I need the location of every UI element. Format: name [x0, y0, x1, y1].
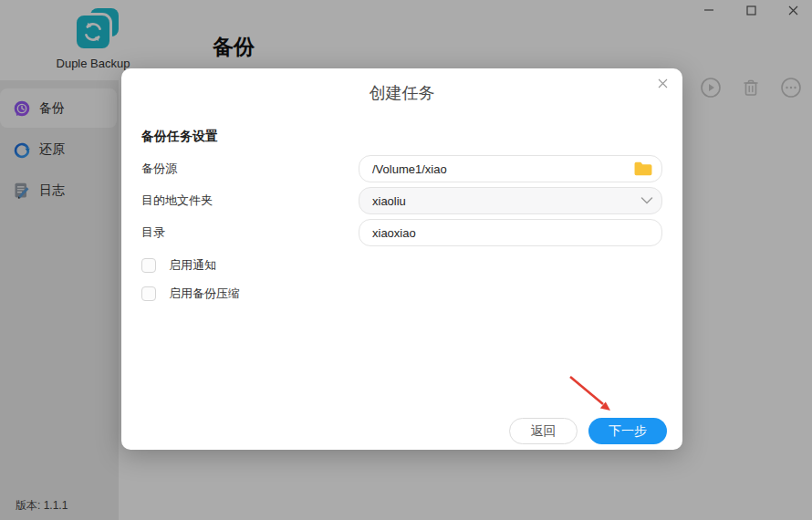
directory-label: 目录 — [141, 219, 165, 246]
field-row-destination: 目的地文件夹 xiaoliu — [141, 187, 662, 214]
field-row-backup-source: 备份源 — [141, 155, 662, 182]
enable-compression-checkbox[interactable] — [141, 286, 156, 301]
field-row-directory: 目录 — [141, 219, 662, 246]
create-task-dialog: 创建任务 备份任务设置 备份源 目的地文件夹 xiaoliu — [121, 68, 682, 450]
folder-icon[interactable] — [633, 161, 653, 177]
close-dialog-icon[interactable] — [653, 74, 671, 92]
destination-folder-select[interactable]: xiaoliu — [359, 187, 662, 214]
enable-notifications-row: 启用通知 — [141, 257, 216, 274]
dialog-title: 创建任务 — [121, 68, 682, 104]
enable-notifications-label: 启用通知 — [169, 257, 216, 274]
app-window: Duple Backup 备份 备份 还原 — [0, 0, 812, 520]
directory-input[interactable] — [359, 220, 661, 245]
backup-source-input[interactable] — [359, 156, 661, 182]
enable-notifications-checkbox[interactable] — [141, 258, 156, 273]
backup-source-label: 备份源 — [141, 155, 177, 182]
directory-field — [359, 219, 662, 246]
enable-compression-label: 启用备份压缩 — [169, 286, 240, 302]
back-button[interactable]: 返回 — [509, 418, 578, 444]
destination-folder-label: 目的地文件夹 — [141, 187, 213, 214]
red-arrow-annotation — [561, 369, 625, 417]
chevron-down-icon — [640, 197, 653, 205]
enable-compression-row: 启用备份压缩 — [141, 286, 240, 302]
destination-folder-value: xiaoliu — [359, 194, 661, 208]
next-button[interactable]: 下一步 — [588, 418, 667, 444]
dialog-section-title: 备份任务设置 — [141, 129, 218, 145]
backup-source-field — [359, 155, 662, 182]
